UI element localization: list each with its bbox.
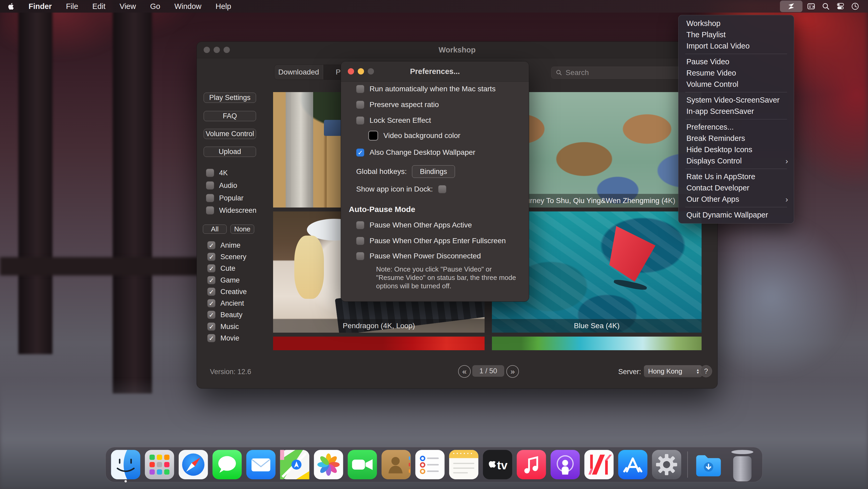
menubar-view[interactable]: View	[113, 0, 143, 12]
checkbox[interactable]	[207, 288, 215, 296]
dock-appstore-icon[interactable]	[618, 450, 648, 479]
dock-settings-icon[interactable]	[652, 450, 681, 479]
desktop: Workshop Play Settings FAQ Volume Contro…	[0, 0, 868, 489]
menu-item-contact-developer[interactable]: Contact Developer	[679, 182, 794, 194]
checkbox[interactable]	[207, 241, 215, 250]
menu-item-hide-desktop-icons[interactable]: Hide Desktop Icons	[679, 144, 794, 155]
category-anime[interactable]: Anime	[207, 241, 241, 250]
category-cute[interactable]: Cute	[207, 264, 235, 272]
input-menu-status-icon[interactable]: ⌘	[805, 1, 817, 12]
checkbox[interactable]	[207, 264, 215, 272]
checkbox[interactable]	[356, 252, 364, 260]
upload-button[interactable]: Upload	[204, 147, 256, 157]
checkbox[interactable]	[356, 101, 364, 109]
checkbox[interactable]	[207, 299, 215, 308]
category-movie[interactable]: Movie	[207, 334, 239, 342]
category-scenery[interactable]: Scenery	[207, 253, 246, 261]
checkbox[interactable]	[356, 148, 364, 156]
menu-item-preferences[interactable]: Preferences...	[679, 121, 794, 133]
dock-finder-icon[interactable]	[111, 450, 141, 479]
apple-menu[interactable]	[0, 0, 22, 12]
filter-popular[interactable]: Popular	[206, 194, 244, 202]
help-button[interactable]: ?	[700, 365, 712, 377]
checkbox[interactable]	[207, 276, 215, 284]
menu-item-break-reminders[interactable]: Break Reminders	[679, 133, 794, 144]
menu-item-displays-control[interactable]: Displays Control›	[679, 155, 794, 167]
prev-page-button[interactable]: «	[458, 365, 471, 378]
dock-music-icon[interactable]	[517, 450, 546, 479]
menubar-help[interactable]: Help	[209, 0, 239, 12]
menu-item-quit[interactable]: Quit Dynamic Wallpaper	[679, 209, 794, 221]
checkbox[interactable]	[356, 237, 364, 245]
checkbox[interactable]	[207, 323, 215, 331]
menu-item-import-local-video[interactable]: Import Local Video	[679, 40, 794, 52]
checkbox[interactable]	[206, 169, 214, 177]
next-page-button[interactable]: »	[506, 365, 519, 378]
server-select[interactable]: Hong Kong ▲▼	[644, 365, 702, 377]
dynamic-wallpaper-status-icon[interactable]	[780, 1, 803, 12]
checkbox[interactable]	[438, 185, 446, 193]
menubar-finder[interactable]: Finder	[22, 0, 59, 12]
checkbox[interactable]	[207, 253, 215, 261]
menu-item-pause-video[interactable]: Pause Video	[679, 56, 794, 67]
dock-launchpad-icon[interactable]	[145, 450, 174, 479]
thumbnail-partial-green[interactable]	[492, 337, 702, 350]
menubar-edit[interactable]: Edit	[85, 0, 113, 12]
dock-downloads-icon[interactable]	[694, 450, 723, 479]
dock-messages-icon[interactable]	[213, 450, 242, 479]
dock-reminders-icon[interactable]	[415, 450, 445, 479]
filter-audio[interactable]: Audio	[206, 181, 237, 190]
dock-mail-icon[interactable]	[246, 450, 276, 479]
dock-notes-icon[interactable]	[449, 450, 478, 479]
dock-podcasts-icon[interactable]	[551, 450, 580, 479]
filter-4k[interactable]: 4K	[206, 169, 228, 177]
menu-item-in-app-screensaver[interactable]: In-app ScreenSaver	[679, 106, 794, 117]
color-well[interactable]	[368, 131, 378, 141]
menu-item-volume-control[interactable]: Volume Control	[679, 79, 794, 90]
menu-item-the-playlist[interactable]: The Playlist	[679, 29, 794, 40]
bindings-button[interactable]: Bindings	[412, 165, 455, 178]
dock-facetime-icon[interactable]	[348, 450, 377, 479]
checkbox[interactable]	[206, 206, 214, 214]
menubar-go[interactable]: Go	[143, 0, 167, 12]
checkbox[interactable]	[207, 311, 215, 319]
dock-contacts-icon[interactable]	[381, 450, 411, 479]
select-all-button[interactable]: All	[203, 225, 227, 234]
category-creative[interactable]: Creative	[207, 288, 247, 296]
menubar-file[interactable]: File	[59, 0, 86, 12]
control-center-status-icon[interactable]	[834, 1, 846, 12]
checkbox[interactable]	[206, 181, 214, 190]
dock-trash-icon[interactable]	[728, 450, 757, 479]
dock-safari-icon[interactable]	[179, 450, 208, 479]
dock-maps-icon[interactable]	[280, 450, 310, 479]
volume-control-button[interactable]: Volume Control	[204, 129, 256, 139]
menu-item-resume-video[interactable]: Resume Video	[679, 67, 794, 79]
filter-widescreen[interactable]: Widescreen	[206, 206, 256, 214]
clock-status-icon[interactable]	[849, 1, 861, 12]
workshop-titlebar[interactable]: Workshop	[197, 42, 717, 58]
menu-item-our-other-apps[interactable]: Our Other Apps›	[679, 194, 794, 205]
spotlight-status-icon[interactable]	[820, 1, 832, 12]
thumbnail-partial-red[interactable]	[273, 337, 485, 350]
menu-item-rate-us[interactable]: Rate Us in AppStore	[679, 171, 794, 182]
category-beauty[interactable]: Beauty	[207, 311, 242, 319]
dock-photos-icon[interactable]	[314, 450, 343, 479]
checkbox[interactable]	[356, 85, 364, 93]
checkbox[interactable]	[206, 194, 214, 202]
preferences-titlebar[interactable]: Preferences...	[341, 61, 529, 82]
checkbox[interactable]	[356, 221, 364, 229]
play-settings-button[interactable]: Play Settings	[204, 93, 256, 103]
menu-item-system-video-screensaver[interactable]: System Video-ScreenSaver	[679, 94, 794, 106]
menubar-window[interactable]: Window	[167, 0, 208, 12]
menu-item-workshop[interactable]: Workshop	[679, 18, 794, 29]
dock-tv-icon[interactable]: tv	[483, 450, 513, 479]
tab-downloaded[interactable]: Downloaded	[274, 65, 323, 80]
select-none-button[interactable]: None	[230, 225, 254, 234]
faq-button[interactable]: FAQ	[204, 111, 256, 121]
checkbox[interactable]	[207, 334, 215, 342]
dock-news-icon[interactable]	[584, 450, 614, 479]
category-music[interactable]: Music	[207, 323, 239, 331]
checkbox[interactable]	[356, 116, 364, 125]
category-game[interactable]: Game	[207, 276, 240, 284]
category-ancient[interactable]: Ancient	[207, 299, 244, 308]
